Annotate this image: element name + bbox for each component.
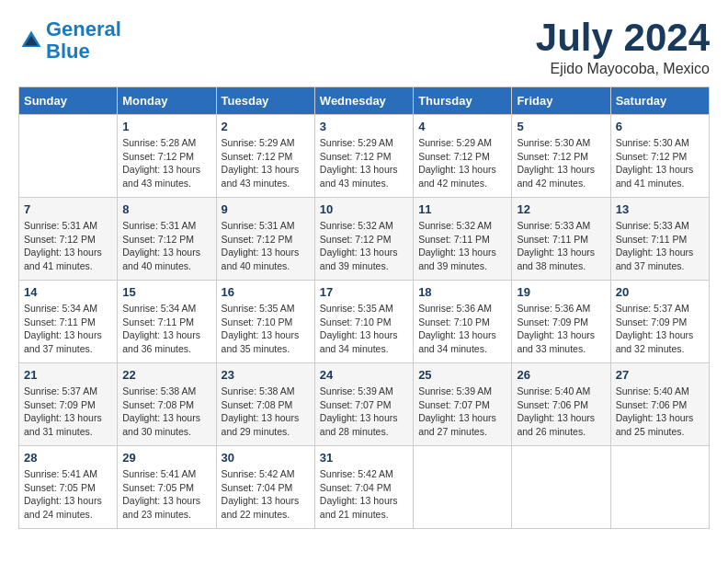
- cell-content: Sunrise: 5:35 AMSunset: 7:10 PMDaylight:…: [222, 302, 310, 356]
- cell-content: Sunrise: 5:36 AMSunset: 7:10 PMDaylight:…: [418, 302, 506, 356]
- day-number: 31: [320, 451, 408, 465]
- calendar-cell: [414, 446, 512, 529]
- calendar-cell: 3Sunrise: 5:29 AMSunset: 7:12 PMDaylight…: [314, 115, 413, 198]
- cell-content: Sunrise: 5:29 AMSunset: 7:12 PMDaylight:…: [418, 136, 506, 190]
- weekday-header: Sunday: [19, 87, 118, 115]
- day-number: 30: [222, 451, 310, 465]
- location: Ejido Mayocoba, Mexico: [536, 61, 710, 77]
- calendar-cell: 26Sunrise: 5:40 AMSunset: 7:06 PMDayligh…: [512, 363, 610, 446]
- calendar-cell: 6Sunrise: 5:30 AMSunset: 7:12 PMDaylight…: [610, 115, 709, 198]
- day-number: 3: [320, 120, 408, 133]
- logo-icon: [18, 28, 44, 53]
- calendar-cell: 29Sunrise: 5:41 AMSunset: 7:05 PMDayligh…: [118, 446, 216, 529]
- weekday-header: Friday: [512, 87, 610, 115]
- day-number: 28: [24, 451, 112, 465]
- cell-content: Sunrise: 5:36 AMSunset: 7:09 PMDaylight:…: [517, 302, 605, 356]
- weekday-header: Monday: [118, 87, 216, 115]
- day-number: 23: [222, 368, 310, 382]
- day-number: 26: [517, 368, 605, 382]
- weekday-header: Wednesday: [314, 87, 413, 115]
- calendar-cell: 24Sunrise: 5:39 AMSunset: 7:07 PMDayligh…: [314, 363, 413, 446]
- cell-content: Sunrise: 5:30 AMSunset: 7:12 PMDaylight:…: [517, 136, 605, 190]
- cell-content: Sunrise: 5:42 AMSunset: 7:04 PMDaylight:…: [320, 467, 408, 522]
- cell-content: Sunrise: 5:32 AMSunset: 7:11 PMDaylight:…: [418, 219, 506, 273]
- cell-content: Sunrise: 5:33 AMSunset: 7:11 PMDaylight:…: [616, 219, 704, 273]
- logo-text-blue: Blue: [46, 40, 121, 63]
- cell-content: Sunrise: 5:38 AMSunset: 7:08 PMDaylight:…: [122, 385, 210, 439]
- day-number: 13: [616, 202, 704, 216]
- day-number: 19: [517, 285, 605, 299]
- day-number: 6: [616, 120, 704, 133]
- cell-content: Sunrise: 5:40 AMSunset: 7:06 PMDaylight:…: [616, 385, 704, 439]
- day-number: 9: [222, 202, 310, 216]
- cell-content: Sunrise: 5:33 AMSunset: 7:11 PMDaylight:…: [517, 219, 605, 273]
- calendar-cell: 11Sunrise: 5:32 AMSunset: 7:11 PMDayligh…: [414, 198, 512, 281]
- calendar-cell: 9Sunrise: 5:31 AMSunset: 7:12 PMDaylight…: [216, 198, 314, 281]
- calendar-table: SundayMondayTuesdayWednesdayThursdayFrid…: [18, 86, 710, 529]
- calendar-cell: 7Sunrise: 5:31 AMSunset: 7:12 PMDaylight…: [19, 198, 118, 281]
- cell-content: Sunrise: 5:38 AMSunset: 7:08 PMDaylight:…: [222, 385, 310, 439]
- title-area: July 2024 Ejido Mayocoba, Mexico: [536, 18, 710, 77]
- calendar-cell: 15Sunrise: 5:34 AMSunset: 7:11 PMDayligh…: [118, 281, 216, 363]
- cell-content: Sunrise: 5:34 AMSunset: 7:11 PMDaylight:…: [24, 302, 112, 356]
- cell-content: Sunrise: 5:31 AMSunset: 7:12 PMDaylight:…: [222, 219, 310, 273]
- calendar-cell: 10Sunrise: 5:32 AMSunset: 7:12 PMDayligh…: [314, 198, 413, 281]
- calendar-cell: 27Sunrise: 5:40 AMSunset: 7:06 PMDayligh…: [610, 363, 709, 446]
- cell-content: Sunrise: 5:35 AMSunset: 7:10 PMDaylight:…: [320, 302, 408, 356]
- day-number: 22: [122, 368, 210, 382]
- day-number: 14: [24, 285, 112, 299]
- cell-content: Sunrise: 5:39 AMSunset: 7:07 PMDaylight:…: [418, 385, 506, 439]
- day-number: 7: [24, 202, 112, 216]
- day-number: 5: [517, 120, 605, 133]
- calendar-week-row: 21Sunrise: 5:37 AMSunset: 7:09 PMDayligh…: [19, 363, 710, 446]
- calendar-cell: [610, 446, 709, 529]
- weekday-header: Thursday: [414, 87, 512, 115]
- page-header: General Blue July 2024 Ejido Mayocoba, M…: [18, 18, 710, 77]
- calendar-cell: 4Sunrise: 5:29 AMSunset: 7:12 PMDaylight…: [414, 115, 512, 198]
- calendar-cell: 30Sunrise: 5:42 AMSunset: 7:04 PMDayligh…: [216, 446, 314, 529]
- cell-content: Sunrise: 5:39 AMSunset: 7:07 PMDaylight:…: [320, 385, 408, 439]
- calendar-cell: 8Sunrise: 5:31 AMSunset: 7:12 PMDaylight…: [118, 198, 216, 281]
- day-number: 11: [418, 202, 506, 216]
- cell-content: Sunrise: 5:37 AMSunset: 7:09 PMDaylight:…: [24, 385, 112, 439]
- calendar-cell: [512, 446, 610, 529]
- cell-content: Sunrise: 5:30 AMSunset: 7:12 PMDaylight:…: [616, 136, 704, 190]
- month-title: July 2024: [536, 18, 710, 57]
- calendar-week-row: 28Sunrise: 5:41 AMSunset: 7:05 PMDayligh…: [19, 446, 710, 529]
- cell-content: Sunrise: 5:41 AMSunset: 7:05 PMDaylight:…: [24, 467, 112, 522]
- cell-content: Sunrise: 5:34 AMSunset: 7:11 PMDaylight:…: [122, 302, 210, 356]
- calendar-cell: 5Sunrise: 5:30 AMSunset: 7:12 PMDaylight…: [512, 115, 610, 198]
- calendar-cell: 21Sunrise: 5:37 AMSunset: 7:09 PMDayligh…: [19, 363, 118, 446]
- weekday-header: Saturday: [610, 87, 709, 115]
- day-number: 4: [418, 120, 506, 133]
- day-number: 17: [320, 285, 408, 299]
- day-number: 1: [122, 120, 210, 133]
- calendar-cell: 18Sunrise: 5:36 AMSunset: 7:10 PMDayligh…: [414, 281, 512, 363]
- cell-content: Sunrise: 5:42 AMSunset: 7:04 PMDaylight:…: [222, 467, 310, 522]
- calendar-cell: 14Sunrise: 5:34 AMSunset: 7:11 PMDayligh…: [19, 281, 118, 363]
- calendar-cell: 20Sunrise: 5:37 AMSunset: 7:09 PMDayligh…: [610, 281, 709, 363]
- day-number: 21: [24, 368, 112, 382]
- day-number: 29: [122, 451, 210, 465]
- weekday-header: Tuesday: [216, 87, 314, 115]
- calendar-cell: 28Sunrise: 5:41 AMSunset: 7:05 PMDayligh…: [19, 446, 118, 529]
- calendar-week-row: 7Sunrise: 5:31 AMSunset: 7:12 PMDaylight…: [19, 198, 710, 281]
- cell-content: Sunrise: 5:41 AMSunset: 7:05 PMDaylight:…: [122, 467, 210, 522]
- day-number: 2: [222, 120, 310, 133]
- calendar-cell: 16Sunrise: 5:35 AMSunset: 7:10 PMDayligh…: [216, 281, 314, 363]
- day-number: 18: [418, 285, 506, 299]
- day-number: 10: [320, 202, 408, 216]
- calendar-cell: [19, 115, 118, 198]
- cell-content: Sunrise: 5:32 AMSunset: 7:12 PMDaylight:…: [320, 219, 408, 273]
- calendar-cell: 23Sunrise: 5:38 AMSunset: 7:08 PMDayligh…: [216, 363, 314, 446]
- header-row: SundayMondayTuesdayWednesdayThursdayFrid…: [19, 87, 710, 115]
- cell-content: Sunrise: 5:40 AMSunset: 7:06 PMDaylight:…: [517, 385, 605, 439]
- day-number: 8: [122, 202, 210, 216]
- calendar-cell: 22Sunrise: 5:38 AMSunset: 7:08 PMDayligh…: [118, 363, 216, 446]
- calendar-cell: 17Sunrise: 5:35 AMSunset: 7:10 PMDayligh…: [314, 281, 413, 363]
- calendar-cell: 19Sunrise: 5:36 AMSunset: 7:09 PMDayligh…: [512, 281, 610, 363]
- day-number: 12: [517, 202, 605, 216]
- day-number: 24: [320, 368, 408, 382]
- calendar-cell: 12Sunrise: 5:33 AMSunset: 7:11 PMDayligh…: [512, 198, 610, 281]
- day-number: 27: [616, 368, 704, 382]
